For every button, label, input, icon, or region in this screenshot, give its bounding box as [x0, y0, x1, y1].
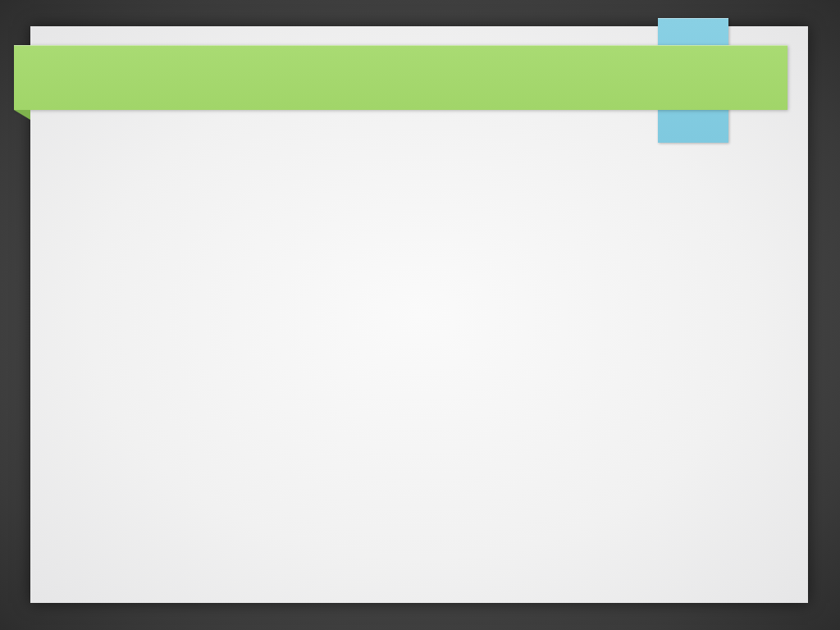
title-banner	[14, 45, 788, 110]
slide-content-area	[30, 148, 808, 603]
slide-frame	[0, 0, 840, 630]
banner-fold-icon	[14, 110, 30, 120]
